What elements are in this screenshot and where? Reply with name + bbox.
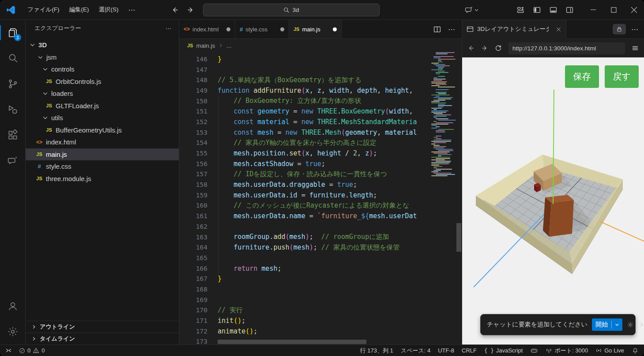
indentation[interactable]: スペース: 4 <box>401 347 430 355</box>
copilot-menu[interactable] <box>465 6 479 14</box>
tree-folder-3D[interactable]: 3D <box>26 39 179 51</box>
browser-forward-icon[interactable] <box>481 45 488 52</box>
port-indicator[interactable]: ポート: 3000 <box>546 347 588 355</box>
start-dropdown-icon[interactable] <box>612 322 622 327</box>
nav-back-icon[interactable] <box>171 6 179 14</box>
horizontal-scrollbar[interactable] <box>218 340 366 344</box>
tree-file-style.css[interactable]: #style.css <box>26 160 179 173</box>
cursor-position[interactable]: 行 173、列 1 <box>360 347 393 355</box>
editor-more-icon[interactable]: ⋯ <box>448 25 456 34</box>
code-line-172[interactable]: 172animate(); <box>179 326 462 337</box>
go-live[interactable]: Go Live <box>595 347 624 354</box>
reset-button[interactable]: 戻す <box>605 65 639 88</box>
tree-folder-jsm[interactable]: jsm <box>26 51 179 64</box>
minimap[interactable] <box>430 52 456 345</box>
browser-more-icon[interactable]: ⋯ <box>631 25 639 34</box>
account-icon[interactable] <box>0 293 26 319</box>
activity-chat[interactable] <box>0 148 26 174</box>
code-line-164[interactable]: 164 furniture.push(mesh); // 家具の位置状態を保管 <box>179 242 462 253</box>
tree-folder-controls[interactable]: controls <box>26 63 179 76</box>
browser-tab[interactable]: 3Dレイアウトシミュレーター <box>462 20 566 39</box>
code-line-149[interactable]: 149function addFurniture(x, z, width, de… <box>179 85 462 96</box>
browser-reload-icon[interactable] <box>495 45 502 52</box>
remote-indicator[interactable] <box>5 347 12 354</box>
code-line-159[interactable]: 159 mesh.userData.id = furniture.length; <box>179 190 462 201</box>
code-line-156[interactable]: 156 mesh.castShadow = true; <box>179 159 462 169</box>
toggle-secondary-sidebar-icon[interactable] <box>566 6 573 14</box>
modified-dot-icon[interactable] <box>226 27 230 31</box>
eol[interactable]: CRLF <box>462 347 477 354</box>
section-timeline[interactable]: タイムライン <box>26 333 179 345</box>
tree-file-GLTFLoader.js[interactable]: JSGLTFLoader.js <box>26 100 179 112</box>
code-line-152[interactable]: 152 const material = new THREE.MeshStand… <box>179 117 462 127</box>
tree-file-main.js[interactable]: JSmain.js <box>26 148 179 161</box>
menu-file[interactable]: ファイル(F) <box>23 6 64 14</box>
code-line-167[interactable]: 167} <box>179 273 462 284</box>
customize-layout-icon[interactable] <box>517 6 524 14</box>
breadcrumb[interactable]: JS main.js ... <box>179 39 462 52</box>
save-button[interactable]: 保存 <box>565 65 599 88</box>
language-mode[interactable]: { }JavaScript <box>484 347 523 354</box>
chat-expand-icon[interactable] <box>638 322 644 328</box>
activity-extensions[interactable] <box>0 122 26 148</box>
code-line-147[interactable]: 147 <box>179 64 462 75</box>
tab-index.html[interactable]: <>index.html <box>179 20 235 38</box>
activity-source-control[interactable] <box>0 71 26 97</box>
browser-back-icon[interactable] <box>467 45 475 52</box>
tree-file-index.html[interactable]: <>index.html <box>26 136 179 148</box>
start-button[interactable]: 開始 <box>592 318 622 331</box>
menu-more[interactable]: ⋯ <box>124 6 141 14</box>
code-line-160[interactable]: 160 // このメッシュが後にRaycasterによる選択の対象とな <box>179 201 462 211</box>
problems-indicator[interactable]: 0 0 <box>19 347 45 354</box>
tree-file-BufferGeometryUtils.js[interactable]: JSBufferGeometryUtils.js <box>26 124 179 136</box>
window-close-button[interactable] <box>624 0 644 20</box>
window-minimize-button[interactable] <box>583 0 603 20</box>
split-editor-icon[interactable] <box>433 26 441 33</box>
activity-run-debug[interactable] <box>0 97 26 122</box>
encoding[interactable]: UTF-8 <box>438 347 454 354</box>
menu-selection[interactable]: 選択(S) <box>94 6 124 14</box>
code-line-166[interactable]: 166 return mesh; <box>179 263 462 274</box>
url-input[interactable]: http://127.0.0.1:3000/index.html <box>508 42 625 54</box>
code-line-148[interactable]: 148// 5.単純な家具（BoxGeometry）を追加する <box>179 75 462 85</box>
tab-style.css[interactable]: #style.css <box>235 20 289 38</box>
tree-folder-loaders[interactable]: loaders <box>26 87 179 100</box>
code-line-151[interactable]: 151 const geometry = new THREE.BoxGeomet… <box>179 106 462 117</box>
activity-search[interactable] <box>0 45 26 71</box>
sidebar-more-icon[interactable]: ⋯ <box>166 25 172 32</box>
toggle-sidebar-icon[interactable] <box>533 6 541 14</box>
modified-dot-icon[interactable] <box>333 27 337 31</box>
settings-gear-icon[interactable] <box>0 319 26 345</box>
tab-main.js[interactable]: JSmain.js <box>289 20 342 38</box>
code-line-146[interactable]: 146} <box>179 54 462 64</box>
code-line-150[interactable]: 150 // BoxGeometry: 立方体/直方体の形状 <box>179 96 462 106</box>
browser-tab-close-icon[interactable] <box>556 27 561 32</box>
chat-settings-gear-icon[interactable] <box>627 321 634 328</box>
code-editor[interactable]: 146}147148// 5.単純な家具（BoxGeometry）を追加する14… <box>179 52 462 345</box>
code-line-169[interactable]: 169 <box>179 295 462 305</box>
tree-folder-utils[interactable]: utils <box>26 112 179 124</box>
window-maximize-button[interactable] <box>603 0 624 20</box>
browser-viewport[interactable]: 保存 戻す チャットに要素を追加してください 開始 <box>462 57 644 345</box>
code-line-157[interactable]: 157 // IDを設定し、保存・読み込み時に一貫性を保つ <box>179 169 462 180</box>
command-center-search[interactable]: 3d <box>203 4 380 16</box>
toggle-panel-icon[interactable] <box>550 6 557 14</box>
lock-icon[interactable] <box>613 24 626 34</box>
code-line-168[interactable]: 168 <box>179 284 462 295</box>
copilot-status-icon[interactable] <box>530 347 538 355</box>
code-line-161[interactable]: 161 mesh.userData.name = `furniture_${me… <box>179 211 462 221</box>
tree-file-three.module.js[interactable]: JSthree.module.js <box>26 173 179 185</box>
code-line-155[interactable]: 155 mesh.position.set(x, height / 2, z); <box>179 148 462 159</box>
code-line-171[interactable]: 171init(); <box>179 315 462 326</box>
activity-explorer[interactable]: 3 <box>0 20 26 45</box>
code-line-162[interactable]: 162 <box>179 221 462 232</box>
code-line-154[interactable]: 154 // 家具のY軸の位置を床から半分の高さに設定 <box>179 138 462 148</box>
tree-file-OrbitControls.js[interactable]: JSOrbitControls.js <box>26 76 179 88</box>
code-line-163[interactable]: 163 roomGroup.add(mesh); // roomGroupに追加 <box>179 232 462 242</box>
menu-edit[interactable]: 編集(E) <box>64 6 94 14</box>
code-line-153[interactable]: 153 const mesh = new THREE.Mesh(geometry… <box>179 127 462 138</box>
code-line-170[interactable]: 170// 実行 <box>179 305 462 316</box>
code-line-158[interactable]: 158 mesh.userData.draggable = true; <box>179 179 462 190</box>
nav-forward-icon[interactable] <box>187 6 194 14</box>
browser-menu-icon[interactable] <box>632 45 639 52</box>
